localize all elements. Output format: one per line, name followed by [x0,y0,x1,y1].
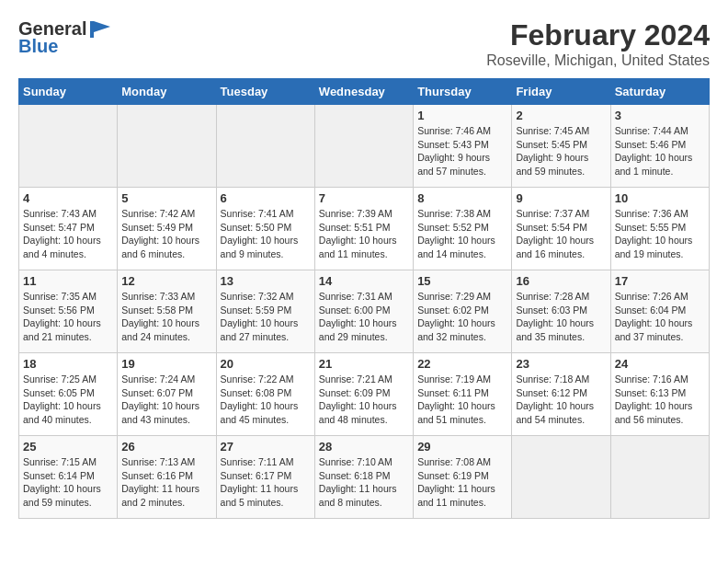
table-row: 25Sunrise: 7:15 AMSunset: 6:14 PMDayligh… [19,436,118,519]
day-number: 15 [417,274,507,288]
table-row: 20Sunrise: 7:22 AMSunset: 6:08 PMDayligh… [216,353,314,436]
day-info: Sunrise: 7:10 AMSunset: 6:18 PMDaylight:… [319,455,409,510]
table-row: 7Sunrise: 7:39 AMSunset: 5:51 PMDaylight… [314,188,413,270]
table-row: 24Sunrise: 7:16 AMSunset: 6:13 PMDayligh… [610,353,709,436]
header-saturday: Saturday [610,79,709,105]
table-row [118,105,216,188]
day-info: Sunrise: 7:35 AMSunset: 5:56 PMDaylight:… [23,290,113,344]
day-info: Sunrise: 7:41 AMSunset: 5:50 PMDaylight:… [221,207,311,261]
table-row: 13Sunrise: 7:32 AMSunset: 5:59 PMDayligh… [216,270,314,353]
table-row [216,105,314,188]
day-info: Sunrise: 7:37 AMSunset: 5:54 PMDaylight:… [516,207,606,261]
table-row: 2Sunrise: 7:45 AMSunset: 5:45 PMDaylight… [512,105,610,188]
day-number: 1 [417,109,507,122]
table-row [610,436,709,519]
day-info: Sunrise: 7:43 AMSunset: 5:47 PMDaylight:… [23,207,113,261]
day-number: 14 [319,274,409,288]
calendar-week-row: 25Sunrise: 7:15 AMSunset: 6:14 PMDayligh… [19,436,710,519]
day-number: 17 [615,274,705,288]
calendar-week-row: 18Sunrise: 7:25 AMSunset: 6:05 PMDayligh… [19,353,710,436]
svg-rect-1 [90,21,94,38]
day-info: Sunrise: 7:36 AMSunset: 5:55 PMDaylight:… [615,207,705,261]
day-number: 10 [615,191,705,205]
day-number: 24 [615,357,705,371]
day-info: Sunrise: 7:19 AMSunset: 6:11 PMDaylight:… [417,373,507,427]
day-number: 2 [516,109,606,122]
table-row: 18Sunrise: 7:25 AMSunset: 6:05 PMDayligh… [19,353,118,436]
day-number: 11 [23,274,113,288]
table-row: 22Sunrise: 7:19 AMSunset: 6:11 PMDayligh… [414,353,512,436]
day-info: Sunrise: 7:31 AMSunset: 6:00 PMDaylight:… [319,290,409,344]
day-info: Sunrise: 7:33 AMSunset: 5:58 PMDaylight:… [121,290,211,344]
day-info: Sunrise: 7:45 AMSunset: 5:45 PMDaylight:… [516,124,606,178]
day-info: Sunrise: 7:08 AMSunset: 6:19 PMDaylight:… [417,455,507,510]
header-tuesday: Tuesday [216,79,314,105]
table-row: 9Sunrise: 7:37 AMSunset: 5:54 PMDaylight… [512,188,610,270]
table-row: 14Sunrise: 7:31 AMSunset: 6:00 PMDayligh… [314,270,413,353]
day-info: Sunrise: 7:46 AMSunset: 5:43 PMDaylight:… [417,124,507,178]
day-number: 29 [417,440,507,454]
table-row: 11Sunrise: 7:35 AMSunset: 5:56 PMDayligh… [19,270,118,353]
day-number: 23 [516,357,606,371]
day-info: Sunrise: 7:24 AMSunset: 6:07 PMDaylight:… [121,373,211,427]
table-row [512,436,610,519]
logo-text-blue: Blue [18,36,58,57]
day-number: 20 [221,357,311,371]
day-number: 18 [23,357,113,371]
logo: General Blue [18,18,110,57]
table-row: 17Sunrise: 7:26 AMSunset: 6:04 PMDayligh… [610,270,709,353]
day-number: 13 [221,274,311,288]
svg-marker-0 [94,21,110,32]
day-number: 27 [221,440,311,454]
day-number: 26 [121,440,211,454]
day-number: 6 [221,191,311,205]
day-number: 21 [319,357,409,371]
calendar-week-row: 4Sunrise: 7:43 AMSunset: 5:47 PMDaylight… [19,188,710,270]
table-row: 29Sunrise: 7:08 AMSunset: 6:19 PMDayligh… [414,436,512,519]
table-row: 26Sunrise: 7:13 AMSunset: 6:16 PMDayligh… [118,436,216,519]
day-number: 4 [23,191,113,205]
table-row: 27Sunrise: 7:11 AMSunset: 6:17 PMDayligh… [216,436,314,519]
day-number: 9 [516,191,606,205]
day-number: 16 [516,274,606,288]
day-info: Sunrise: 7:28 AMSunset: 6:03 PMDaylight:… [516,290,606,344]
page-title: February 2024 [486,18,710,52]
table-row: 6Sunrise: 7:41 AMSunset: 5:50 PMDaylight… [216,188,314,270]
day-info: Sunrise: 7:21 AMSunset: 6:09 PMDaylight:… [319,373,409,427]
calendar-header-row: Sunday Monday Tuesday Wednesday Thursday… [19,79,710,105]
table-row: 16Sunrise: 7:28 AMSunset: 6:03 PMDayligh… [512,270,610,353]
table-row: 12Sunrise: 7:33 AMSunset: 5:58 PMDayligh… [118,270,216,353]
table-row: 19Sunrise: 7:24 AMSunset: 6:07 PMDayligh… [118,353,216,436]
day-number: 22 [417,357,507,371]
table-row [19,105,118,188]
day-info: Sunrise: 7:18 AMSunset: 6:12 PMDaylight:… [516,373,606,427]
title-area: February 2024 Roseville, Michigan, Unite… [486,18,710,69]
table-row: 5Sunrise: 7:42 AMSunset: 5:49 PMDaylight… [118,188,216,270]
day-number: 7 [319,191,409,205]
header-wednesday: Wednesday [314,79,413,105]
day-info: Sunrise: 7:25 AMSunset: 6:05 PMDaylight:… [23,373,113,427]
table-row: 10Sunrise: 7:36 AMSunset: 5:55 PMDayligh… [610,188,709,270]
table-row: 8Sunrise: 7:38 AMSunset: 5:52 PMDaylight… [414,188,512,270]
day-number: 28 [319,440,409,454]
header-monday: Monday [118,79,216,105]
day-info: Sunrise: 7:11 AMSunset: 6:17 PMDaylight:… [221,455,311,510]
calendar-table: Sunday Monday Tuesday Wednesday Thursday… [18,78,710,519]
day-info: Sunrise: 7:13 AMSunset: 6:16 PMDaylight:… [121,455,211,510]
day-number: 3 [615,109,705,122]
calendar-week-row: 11Sunrise: 7:35 AMSunset: 5:56 PMDayligh… [19,270,710,353]
table-row: 23Sunrise: 7:18 AMSunset: 6:12 PMDayligh… [512,353,610,436]
table-row: 15Sunrise: 7:29 AMSunset: 6:02 PMDayligh… [414,270,512,353]
day-number: 12 [121,274,211,288]
day-info: Sunrise: 7:39 AMSunset: 5:51 PMDaylight:… [319,207,409,261]
day-number: 25 [23,440,113,454]
day-info: Sunrise: 7:26 AMSunset: 6:04 PMDaylight:… [615,290,705,344]
header: General Blue February 2024 Roseville, Mi… [18,18,710,69]
day-info: Sunrise: 7:44 AMSunset: 5:46 PMDaylight:… [615,124,705,178]
header-sunday: Sunday [19,79,118,105]
table-row: 21Sunrise: 7:21 AMSunset: 6:09 PMDayligh… [314,353,413,436]
page-subtitle: Roseville, Michigan, United States [486,52,710,69]
day-info: Sunrise: 7:16 AMSunset: 6:13 PMDaylight:… [615,373,705,427]
day-info: Sunrise: 7:15 AMSunset: 6:14 PMDaylight:… [23,455,113,510]
header-friday: Friday [512,79,610,105]
